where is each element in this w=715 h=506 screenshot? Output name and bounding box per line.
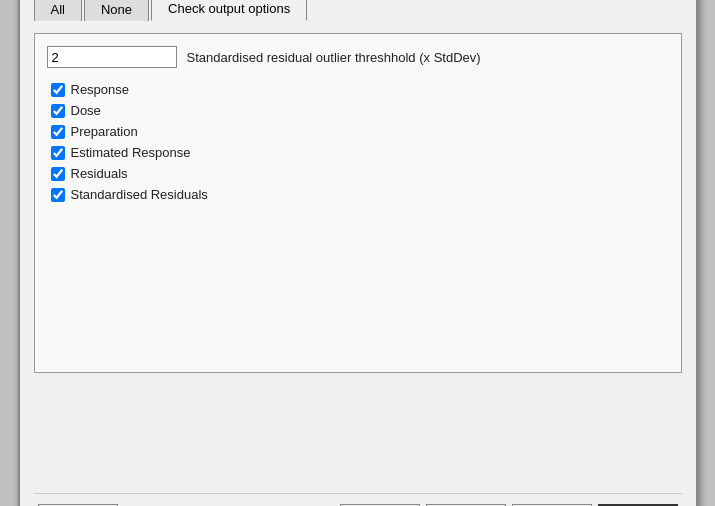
label-dose: Dose [71,103,101,118]
checkbox-estimated-response[interactable] [51,146,65,160]
main-area: Standardised residual outlier threshhold… [34,33,682,373]
button-row: Help Cancel < Back Next > Finish [34,493,682,506]
tab-check-output[interactable]: Check output options [151,0,307,21]
checkbox-row-estimated-response: Estimated Response [51,145,669,160]
tab-none[interactable]: None [84,0,149,21]
checkboxes-area: Response Dose Preparation Estimated Resp… [47,82,669,202]
label-response: Response [71,82,130,97]
label-standardised-residuals: Standardised Residuals [71,187,208,202]
checkbox-residuals[interactable] [51,167,65,181]
tab-all[interactable]: All [34,0,82,21]
tabs-row: All None Check output options [34,0,682,21]
checkbox-response[interactable] [51,83,65,97]
checkbox-row-response: Response [51,82,669,97]
label-estimated-response: Estimated Response [71,145,191,160]
checkbox-standardised-residuals[interactable] [51,188,65,202]
label-residuals: Residuals [71,166,128,181]
checkbox-row-preparation: Preparation [51,124,669,139]
checkbox-row-standardised-residuals: Standardised Residuals [51,187,669,202]
checkbox-dose[interactable] [51,104,65,118]
label-preparation: Preparation [71,124,138,139]
checkbox-row-residuals: Residuals [51,166,669,181]
content-area: All None Check output options Standardis… [20,0,696,506]
main-window: SR Slope Ratio Method: Step 3 ✕ All None… [18,0,698,506]
threshold-input[interactable] [47,46,177,68]
checkbox-preparation[interactable] [51,125,65,139]
threshold-label: Standardised residual outlier threshhold… [187,50,481,65]
threshold-row: Standardised residual outlier threshhold… [47,46,669,68]
checkbox-row-dose: Dose [51,103,669,118]
